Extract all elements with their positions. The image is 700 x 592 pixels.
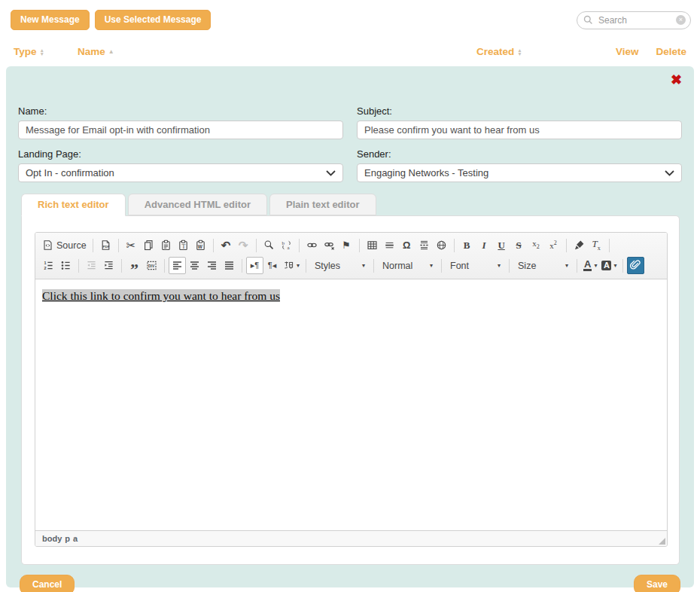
- message-editor-panel: ✖ Name: Subject: Landing Page: Opt In - …: [6, 66, 694, 587]
- element-path-item[interactable]: p: [65, 534, 70, 543]
- copy-button[interactable]: [140, 236, 157, 254]
- blockquote-icon: ”: [130, 264, 138, 268]
- landing-page-select[interactable]: Opt In - confirmation: [18, 163, 343, 182]
- underline-button[interactable]: U: [493, 236, 510, 254]
- bold-button[interactable]: B: [458, 236, 476, 254]
- element-path-item[interactable]: body: [42, 534, 62, 543]
- subject-label: Subject:: [357, 105, 682, 117]
- styles-select[interactable]: Styles▾: [310, 258, 370, 274]
- language-icon: [283, 260, 294, 271]
- toolbar-separator: [441, 259, 442, 273]
- search-box[interactable]: ×: [577, 11, 691, 29]
- save-button[interactable]: Save: [634, 575, 680, 592]
- export-pdf-button[interactable]: PDF: [97, 236, 114, 254]
- svg-text:2: 2: [44, 266, 47, 270]
- redo-button[interactable]: ↷: [235, 236, 252, 254]
- bold-icon: B: [464, 240, 470, 250]
- subject-input[interactable]: [357, 121, 682, 139]
- confirmation-link-text[interactable]: Click this link to confirm you want to h…: [42, 289, 280, 302]
- editor-content-area[interactable]: Click this link to confirm you want to h…: [35, 279, 667, 530]
- align-justify-button[interactable]: [221, 257, 238, 274]
- editor-paragraph: Click this link to confirm you want to h…: [42, 289, 660, 303]
- iframe-button[interactable]: [433, 236, 450, 254]
- name-header-label: Name: [78, 46, 105, 57]
- link-button[interactable]: [303, 236, 321, 254]
- italic-button[interactable]: I: [476, 236, 493, 254]
- column-header-view[interactable]: View: [616, 46, 655, 57]
- table-button[interactable]: [364, 236, 381, 254]
- link-icon: [306, 240, 318, 251]
- sender-value: Engaging Networks - Testing: [364, 167, 665, 179]
- source-icon: [42, 240, 53, 251]
- align-center-button[interactable]: [186, 257, 203, 274]
- horizontal-rule-button[interactable]: [381, 236, 398, 254]
- remove-format-button[interactable]: Tx: [588, 236, 605, 254]
- tab-advanced-html-editor[interactable]: Advanced HTML editor: [128, 194, 267, 215]
- sort-both-icon: ▲▼: [517, 48, 522, 56]
- div-container-button[interactable]: DIV: [143, 257, 160, 274]
- align-left-button[interactable]: [169, 257, 186, 274]
- background-color-button[interactable]: A▾: [599, 257, 619, 274]
- align-right-button[interactable]: [203, 257, 221, 274]
- cut-button[interactable]: ✂: [123, 236, 140, 254]
- paste-button[interactable]: [157, 236, 175, 254]
- tab-rich-text-editor[interactable]: Rich text editor: [21, 194, 126, 216]
- bulleted-list-button[interactable]: [57, 257, 75, 274]
- unlink-button[interactable]: [321, 236, 338, 254]
- subscript-icon: x2: [532, 240, 540, 250]
- new-message-button[interactable]: New Message: [11, 10, 90, 30]
- find-button[interactable]: [260, 236, 278, 254]
- paste-text-button[interactable]: T: [175, 236, 192, 254]
- copy-formatting-button[interactable]: [571, 236, 588, 254]
- page-break-button[interactable]: [415, 236, 433, 254]
- undo-button[interactable]: ↶: [218, 236, 235, 254]
- column-header-type[interactable]: Type ▲▼: [14, 46, 78, 57]
- subscript-button[interactable]: x2: [528, 236, 545, 254]
- toolbar-separator: [242, 259, 242, 273]
- name-input[interactable]: [18, 121, 343, 139]
- element-path-item[interactable]: a: [73, 534, 78, 543]
- search-input[interactable]: [597, 14, 672, 26]
- search-icon: [583, 15, 593, 25]
- indent-icon: [103, 260, 114, 271]
- tab-plain-text-editor[interactable]: Plain text editor: [269, 194, 376, 215]
- font-select[interactable]: Font▾: [446, 258, 505, 274]
- insert-link-button[interactable]: [627, 257, 644, 274]
- anchor-button[interactable]: ⚑: [338, 236, 355, 254]
- replace-button[interactable]: ba: [278, 236, 295, 254]
- special-char-button[interactable]: Ω: [398, 236, 415, 254]
- source-button[interactable]: Source: [40, 236, 89, 254]
- sender-select[interactable]: Engaging Networks - Testing: [357, 163, 682, 182]
- superscript-icon: x2: [549, 240, 557, 250]
- column-header-name[interactable]: Name ▲: [78, 46, 476, 57]
- use-selected-message-button[interactable]: Use Selected Message: [95, 10, 212, 30]
- text-color-button[interactable]: A▾: [581, 257, 599, 274]
- superscript-button[interactable]: x2: [545, 236, 562, 254]
- blockquote-button[interactable]: ”: [126, 257, 143, 274]
- form-actions: Cancel Save: [18, 575, 682, 592]
- landing-page-label: Landing Page:: [18, 148, 343, 160]
- numbered-list-button[interactable]: 12: [40, 257, 57, 274]
- paste-word-button[interactable]: W: [192, 236, 209, 254]
- language-button[interactable]: ▾: [281, 257, 302, 274]
- svg-text:W: W: [197, 244, 202, 249]
- outdent-button[interactable]: [83, 257, 100, 274]
- text-direction-ltr-button[interactable]: ▸¶: [246, 257, 263, 274]
- strikethrough-button[interactable]: S: [510, 236, 528, 254]
- align-left-icon: [172, 260, 183, 271]
- text-direction-rtl-button[interactable]: ¶◂: [263, 257, 281, 274]
- sender-label: Sender:: [357, 148, 682, 160]
- table-icon: [367, 240, 378, 251]
- indent-button[interactable]: [100, 257, 117, 274]
- column-header-delete[interactable]: Delete: [655, 46, 686, 57]
- resize-grip[interactable]: [659, 538, 665, 545]
- format-select[interactable]: Normal▾: [378, 258, 437, 274]
- search-clear-icon[interactable]: ×: [676, 15, 686, 25]
- svg-text:b: b: [282, 240, 285, 246]
- strikethrough-icon: S: [516, 240, 521, 250]
- rich-text-editor-tab-panel: SourcePDF✂TW↶↷ba⚑ΩBIUSx2x2Tx 12”DIV▸¶¶◂▾…: [21, 215, 680, 565]
- column-header-created[interactable]: Created ▲▼: [476, 46, 616, 57]
- close-icon[interactable]: ✖: [671, 72, 682, 87]
- cancel-button[interactable]: Cancel: [20, 575, 75, 592]
- size-select[interactable]: Size▾: [513, 258, 573, 274]
